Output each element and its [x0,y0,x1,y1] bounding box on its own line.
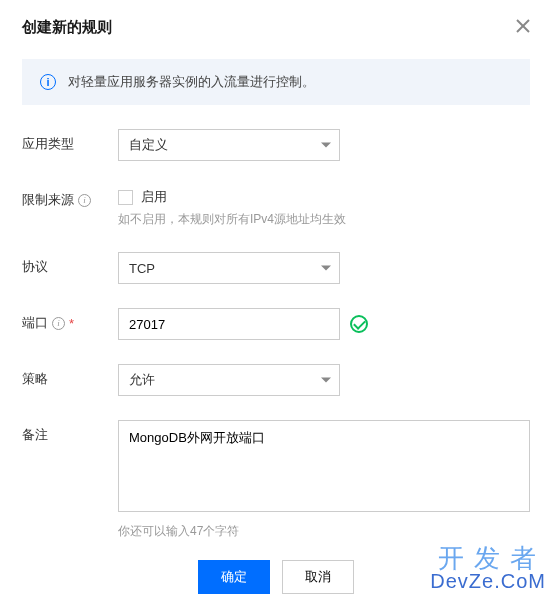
cancel-button[interactable]: 取消 [282,560,354,594]
label-restrict-source: 限制来源 i [22,185,118,209]
label-app-type: 应用类型 [22,129,118,153]
close-button[interactable] [516,19,530,37]
info-text: 对轻量应用服务器实例的入流量进行控制。 [68,73,315,91]
chevron-down-icon [321,378,331,383]
info-icon: i [40,74,56,90]
protocol-select[interactable]: TCP [118,252,340,284]
port-input[interactable] [118,308,340,340]
info-banner: i 对轻量应用服务器实例的入流量进行控制。 [22,59,530,105]
close-icon [516,19,530,33]
label-port: 端口 i * [22,308,118,332]
label-remark: 备注 [22,420,118,444]
help-icon[interactable]: i [78,194,91,207]
policy-select[interactable]: 允许 [118,364,340,396]
dialog-title: 创建新的规则 [22,18,112,37]
enable-source-checkbox-wrap: 启用 [118,185,530,203]
row-remark: 备注 你还可以输入47个字符 [22,420,530,540]
enable-source-label: 启用 [141,188,167,206]
row-port: 端口 i * [22,308,530,340]
app-type-value: 自定义 [129,136,168,154]
required-mark: * [69,316,74,331]
row-policy: 策略 允许 [22,364,530,396]
enable-source-checkbox[interactable] [118,190,133,205]
remark-hint: 你还可以输入47个字符 [118,523,530,540]
restrict-source-hint: 如不启用，本规则对所有IPv4源地址均生效 [118,211,530,228]
row-protocol: 协议 TCP [22,252,530,284]
label-protocol: 协议 [22,252,118,276]
chevron-down-icon [321,266,331,271]
dialog-header: 创建新的规则 [22,18,530,37]
label-policy: 策略 [22,364,118,388]
check-circle-icon [350,315,368,333]
create-rule-dialog: 创建新的规则 i 对轻量应用服务器实例的入流量进行控制。 应用类型 自定义 限制… [0,0,552,594]
protocol-value: TCP [129,261,155,276]
help-icon[interactable]: i [52,317,65,330]
row-restrict-source: 限制来源 i 启用 如不启用，本规则对所有IPv4源地址均生效 [22,185,530,228]
remark-textarea[interactable] [118,420,530,512]
app-type-select[interactable]: 自定义 [118,129,340,161]
dialog-buttons: 确定 取消 [22,560,530,594]
ok-button[interactable]: 确定 [198,560,270,594]
policy-value: 允许 [129,371,155,389]
chevron-down-icon [321,143,331,148]
row-app-type: 应用类型 自定义 [22,129,530,161]
